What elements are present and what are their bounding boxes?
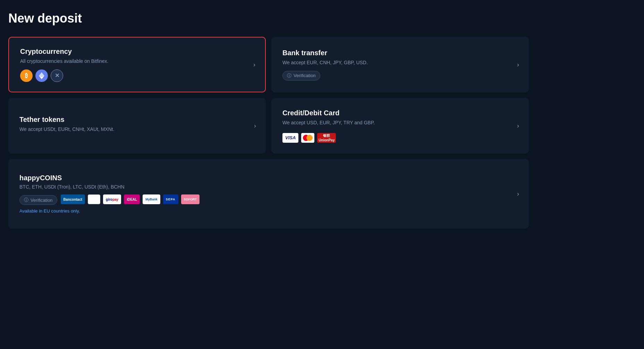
- credit-card-subtitle: We accept USD, EUR, JPY, TRY and GBP.: [282, 120, 518, 125]
- tether-title: Tether tokens: [19, 116, 255, 124]
- sepa-badge: SEPA: [163, 194, 178, 204]
- happycoins-verification-badge: ⓘ Verification: [19, 195, 57, 205]
- tether-card[interactable]: Tether tokens We accept USDt, EURt, CNHt…: [8, 98, 266, 153]
- bank-transfer-card[interactable]: Bank transfer We accept EUR, CNH, JPY, G…: [271, 37, 529, 92]
- credit-card-chevron: ›: [517, 122, 519, 130]
- cryptocurrency-icons: ₿ ✕: [20, 69, 254, 82]
- xrp-icon: ✕: [51, 69, 63, 82]
- tether-subtitle: We accept USDt, EURt, CNHt, XAUt, MXNt.: [19, 126, 255, 132]
- happycoins-info-icon: ⓘ: [24, 197, 28, 203]
- cryptocurrency-card[interactable]: Cryptocurrency All cryptocurrencies avai…: [8, 37, 266, 92]
- unionpay-label: 银联UnionPay: [319, 133, 334, 142]
- mc-orange-circle: [306, 135, 313, 141]
- unionpay-badge: 银联UnionPay: [317, 133, 336, 143]
- cryptocurrency-title: Cryptocurrency: [20, 48, 254, 56]
- credit-card-title: Credit/Debit Card: [282, 109, 518, 117]
- tether-chevron: ›: [254, 122, 256, 130]
- btc-icon: ₿: [20, 69, 33, 82]
- info-icon: ⓘ: [287, 73, 291, 79]
- cryptocurrency-chevron: ›: [253, 61, 255, 68]
- sofort-badge: SOFORT: [181, 194, 200, 204]
- credit-card-card[interactable]: Credit/Debit Card We accept USD, EUR, JP…: [271, 98, 529, 153]
- ideal-badge: iDEAL: [124, 194, 140, 204]
- visa-badge: VISA: [282, 133, 298, 143]
- deposit-options-grid: Cryptocurrency All cryptocurrencies avai…: [8, 37, 529, 228]
- bank-transfer-subtitle: We accept EUR, CNH, JPY, GBP, USD.: [282, 60, 518, 65]
- happycoins-chevron: ›: [517, 190, 519, 198]
- mastercard-badge: [301, 133, 314, 143]
- eu-note: Available in EU countries only.: [19, 208, 518, 214]
- happycoins-verification-label: Verification: [31, 198, 53, 203]
- happycoins-subtitle: BTC, ETH, USDt (Tron), LTC, USDt (Eth), …: [19, 184, 518, 190]
- mybank-badge: MyBank: [143, 194, 160, 204]
- bank-transfer-title: Bank transfer: [282, 49, 518, 57]
- happycoins-row: ⓘ Verification Bancontact giropay iDEAL …: [19, 194, 518, 205]
- bank-transfer-verification: ⓘ Verification: [282, 69, 518, 81]
- eth-icon: [35, 69, 48, 82]
- bank-verification-badge: ⓘ Verification: [282, 71, 320, 81]
- bancontact-badge: Bancontact: [61, 194, 85, 204]
- giropay-badge: giropay: [103, 194, 121, 204]
- happycoins-card[interactable]: happyCOINS BTC, ETH, USDt (Tron), LTC, U…: [8, 159, 529, 228]
- credit-card-badges: VISA 银联UnionPay: [282, 133, 518, 143]
- page-title: New deposit: [8, 11, 636, 26]
- white-badge: [88, 194, 100, 204]
- cryptocurrency-subtitle: All cryptocurrencies available on Bitfin…: [20, 58, 254, 64]
- happycoins-payment-badges: Bancontact giropay iDEAL MyBank SEPA SOF…: [61, 194, 200, 204]
- happycoins-title: happyCOINS: [19, 174, 518, 182]
- bank-transfer-chevron: ›: [517, 61, 519, 68]
- bank-verification-label: Verification: [294, 73, 316, 78]
